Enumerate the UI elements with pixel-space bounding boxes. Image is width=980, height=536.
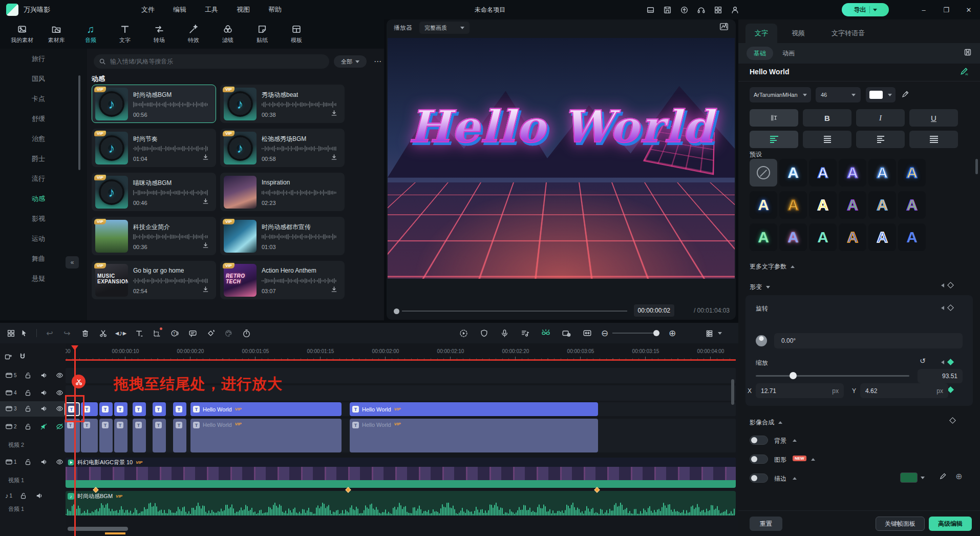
text-clip[interactable]: T (65, 419, 80, 452)
preset-tile[interactable]: A (898, 159, 926, 187)
sidebar-item-影视[interactable]: 影视 (0, 209, 87, 229)
video-preview[interactable]: Hello World (388, 38, 735, 279)
undo-icon[interactable]: ↩ (43, 327, 56, 339)
speed-icon[interactable] (240, 327, 253, 339)
eyedropper-icon[interactable] (901, 90, 909, 98)
lock-icon[interactable] (24, 423, 32, 430)
preset-tile[interactable]: A (839, 191, 866, 219)
music-filter-dropdown[interactable]: 全部 (334, 55, 367, 68)
text-to-speech-icon[interactable]: T (168, 327, 181, 339)
transform-section-header[interactable]: 形变 (750, 283, 770, 292)
font-color-dropdown[interactable] (866, 87, 896, 102)
music-search-input[interactable] (110, 58, 324, 65)
chevron-down-icon[interactable] (921, 477, 925, 479)
speaker-icon[interactable] (40, 458, 48, 466)
crop-icon[interactable] (150, 327, 163, 339)
nav-tab-滤镜[interactable]: 滤镜 (213, 24, 243, 44)
speaker-off-icon[interactable] (40, 423, 48, 430)
text-clip[interactable]: T (114, 419, 127, 452)
zoom-out-icon[interactable]: ⊖ (598, 327, 611, 339)
select-icon[interactable] (17, 327, 31, 339)
zoom-in-icon[interactable]: ⊕ (666, 327, 679, 339)
timeline-vertical-scrollbar[interactable] (731, 379, 734, 405)
upload-icon[interactable] (680, 6, 689, 14)
track-header-audio-1[interactable]: ♪1音频 1 (0, 488, 66, 517)
eye-icon[interactable] (56, 405, 63, 413)
ai-edit-icon[interactable]: AI (960, 67, 969, 76)
chevron-down-icon[interactable] (718, 332, 722, 335)
mask-icon[interactable] (477, 327, 491, 339)
sidebar-item-旅行[interactable]: 旅行 (0, 49, 87, 69)
preset-tile[interactable]: A (779, 191, 807, 219)
music-card[interactable]: ♪VIP时尚节奏01:04 (92, 129, 216, 167)
minimize-icon[interactable]: – (912, 0, 935, 19)
music-card[interactable]: MUSIC EXPANSIONVIPGo big or go home02:54 (92, 261, 216, 299)
preset-tile[interactable]: A (779, 159, 807, 187)
sidebar-item-国风[interactable]: 国风 (0, 69, 87, 89)
position-x-field[interactable]: 12.71px (756, 383, 844, 398)
quality-dropdown[interactable]: 完整画质 (419, 22, 470, 34)
scale-keyframe-controls[interactable] (941, 360, 953, 364)
playhead-line[interactable] (74, 345, 76, 536)
compositing-keyframe[interactable] (950, 418, 955, 423)
redo-icon[interactable]: ↪ (60, 327, 74, 339)
panel-scrollbar[interactable] (975, 159, 978, 174)
scopes-icon[interactable] (719, 22, 729, 31)
beat-detect-icon[interactable] (518, 327, 531, 339)
text-clip[interactable]: T (99, 419, 113, 452)
speaker-icon[interactable] (35, 492, 43, 500)
transform-keyframe-controls[interactable] (941, 283, 953, 287)
music-card[interactable]: ♪VIP时尚动感BGM00:56 (92, 85, 216, 123)
stroke-color-swatch[interactable] (900, 472, 918, 483)
grid-icon[interactable] (714, 6, 722, 14)
vertical-text-button[interactable] (750, 109, 798, 127)
magnet-icon[interactable] (18, 353, 27, 361)
compositing-section-header[interactable]: 影像合成 (750, 418, 782, 427)
sidebar-item-治愈[interactable]: 治愈 (0, 129, 87, 149)
audio-clip[interactable]: ♪ 时尚动感BGM VIP (66, 491, 736, 516)
preset-tile[interactable]: A (868, 223, 896, 251)
nav-tab-素材库[interactable]: 素材库 (41, 24, 71, 44)
download-icon[interactable] (330, 285, 338, 295)
nav-tab-文字[interactable]: 文字 (110, 24, 140, 44)
add-track-icon[interactable] (4, 353, 12, 361)
timeline-ruler[interactable]: 00:00:0000:00:00:1000:00:00:2000:00:01:0… (66, 345, 736, 361)
text-clip[interactable]: T (81, 419, 98, 452)
stroke-eyedropper-icon[interactable] (939, 472, 947, 480)
speech-to-text-icon[interactable] (186, 327, 199, 339)
menu-工具[interactable]: 工具 (196, 0, 227, 19)
menu-文件[interactable]: 文件 (132, 0, 164, 19)
text-clip[interactable]: T (114, 402, 127, 416)
preset-tile[interactable]: A (868, 191, 896, 219)
restore-icon[interactable]: ❐ (935, 0, 957, 19)
scale-value-field[interactable]: 93.51 (918, 369, 963, 383)
lock-icon[interactable] (24, 389, 32, 397)
nav-tab-模板[interactable]: 模板 (282, 24, 311, 44)
voiceover-icon[interactable] (498, 327, 511, 339)
reset-button[interactable]: 重置 (750, 517, 782, 531)
color-icon[interactable] (222, 327, 235, 339)
smart-cut-icon[interactable] (539, 327, 552, 339)
tab-video[interactable]: 视频 (792, 24, 805, 43)
style-button-I[interactable]: I (856, 109, 905, 127)
preset-tile[interactable]: A (868, 159, 896, 187)
style-button-U[interactable]: U (909, 109, 958, 127)
sidebar-collapse-button[interactable]: « (66, 256, 79, 269)
layout-icon[interactable] (4, 327, 17, 339)
video-clip[interactable]: 科幻电影AIGC背景 10 VIP (66, 458, 736, 488)
download-icon[interactable] (202, 153, 209, 162)
export-button[interactable]: 导出 (842, 3, 889, 16)
text-clip[interactable]: THello WorldVIP (350, 402, 598, 416)
preset-tile[interactable]: A (839, 223, 866, 251)
music-card[interactable]: ♪VIP松弛感秀场BGM00:58 (220, 129, 345, 167)
music-card[interactable]: VIP科技企业简介00:36 (92, 217, 216, 255)
text-clip[interactable]: THello WorldVIP (190, 419, 342, 452)
text-clip[interactable]: T (153, 402, 166, 416)
nav-tab-贴纸[interactable]: 贴纸 (247, 24, 277, 44)
close-icon[interactable]: ✕ (957, 0, 980, 19)
scale-reset-icon[interactable]: ↺ (920, 357, 926, 365)
download-icon[interactable] (202, 285, 209, 295)
position-y-field[interactable]: 4.62px (860, 383, 948, 398)
sidebar-item-爵士[interactable]: 爵士 (0, 149, 87, 169)
nav-tab-我的素材[interactable]: 我的素材 (7, 24, 37, 44)
